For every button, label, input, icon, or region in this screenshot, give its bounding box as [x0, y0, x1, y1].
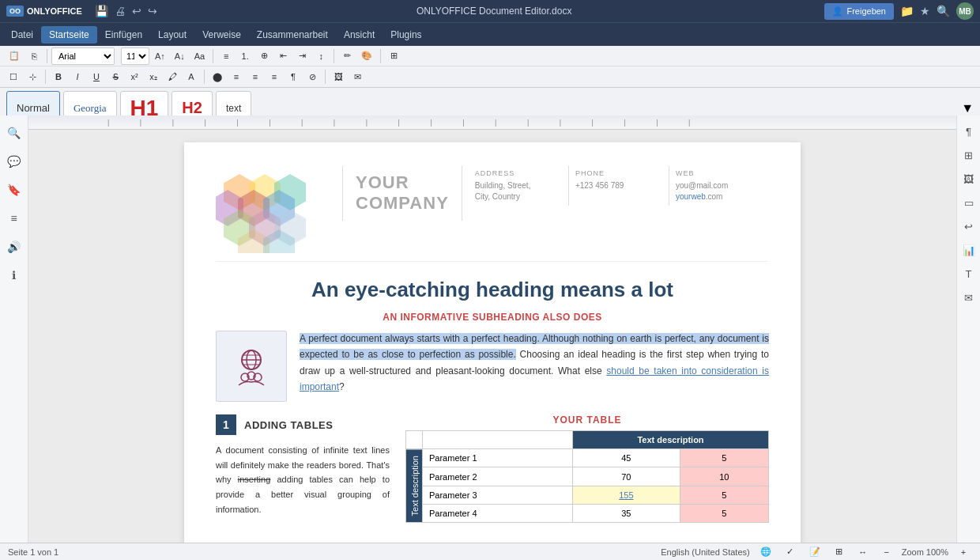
sidebar-comments[interactable]: 💬	[3, 150, 25, 172]
param-3-link[interactable]: 155	[619, 490, 633, 500]
zoom-level: Zoom 100%	[902, 547, 948, 557]
strikethrough-button[interactable]: S̶	[107, 68, 124, 85]
menu-layout[interactable]: Layout	[150, 26, 194, 44]
param-3-val2: 5	[680, 486, 768, 504]
right-table[interactable]: ⊞	[959, 146, 978, 165]
right-text[interactable]: T	[959, 264, 978, 283]
right-paragraph[interactable]: ¶	[959, 122, 978, 141]
zoom-in[interactable]: +	[955, 543, 972, 561]
spell-check[interactable]: ✓	[782, 543, 799, 561]
sidebar-info[interactable]: ℹ	[3, 264, 25, 286]
save-button[interactable]: 💾	[95, 5, 108, 17]
email-value: you@mail.com	[676, 181, 728, 190]
increase-indent[interactable]: ⇥	[293, 47, 311, 65]
nonprinting-btn[interactable]: ⊘	[303, 68, 321, 85]
align-justify[interactable]: ≡	[266, 68, 283, 85]
sidebar-bookmark[interactable]: 🔖	[3, 179, 25, 201]
document-title: ONLYOFFICE Document Editor.docx	[164, 6, 825, 17]
address-block: ADDRESS Building, Street,City, Country	[469, 166, 569, 206]
page-count: Seite 1 von 1	[8, 547, 58, 557]
insert-table-btn[interactable]: ⊞	[385, 47, 402, 65]
menu-einfuegen[interactable]: Einfügen	[97, 26, 150, 44]
copyformat-btn[interactable]: 🎨	[357, 47, 376, 65]
ruler: | | | | | | | | | | | | | | | | | | |	[28, 115, 956, 130]
fit-page[interactable]: ⊞	[831, 543, 848, 561]
superscript-btn[interactable]: x²	[126, 68, 143, 85]
italic-button[interactable]: I	[69, 68, 86, 85]
highlight-btn[interactable]: 🖍	[164, 68, 181, 85]
select-mode-btn[interactable]: ⊹	[24, 68, 41, 85]
company-logo	[216, 166, 342, 253]
decrease-indent[interactable]: ⇤	[274, 47, 292, 65]
bookmark-button[interactable]: ★	[920, 5, 930, 17]
menu-plugins[interactable]: Plugins	[383, 26, 429, 44]
list-multilevel[interactable]: ⊕	[255, 47, 273, 65]
menu-zusammenarbeit[interactable]: Zusammenarbeit	[249, 26, 336, 44]
right-undo[interactable]: ↩	[959, 217, 978, 236]
align-right[interactable]: ≡	[247, 68, 264, 85]
menu-datei[interactable]: Datei	[3, 26, 41, 44]
body-strikethrough-link[interactable]: should be taken into consideration is im…	[300, 365, 769, 392]
insert-image-btn[interactable]: 🖼	[330, 68, 347, 85]
language-label[interactable]: English (United States)	[661, 547, 750, 557]
font-size-select[interactable]: 11	[121, 47, 149, 65]
web-link[interactable]: yourweb	[676, 192, 706, 201]
paste-button[interactable]: 📋	[5, 47, 24, 65]
address-label: ADDRESS	[475, 169, 562, 177]
linespacing-btn[interactable]: ↕	[312, 47, 330, 65]
font-case-btn[interactable]: Aa	[190, 47, 209, 65]
zoom-out[interactable]: −	[878, 543, 895, 561]
language-globe[interactable]: 🌐	[756, 543, 775, 561]
param-2-label: Parameter 2	[423, 467, 573, 486]
underline-button[interactable]: U	[88, 68, 105, 85]
save-location-button[interactable]: 📁	[900, 5, 914, 17]
sidebar-search[interactable]: 🔍	[3, 122, 25, 144]
undo-button[interactable]: ↩	[132, 5, 141, 17]
sidebar-audio[interactable]: 🔊	[3, 236, 25, 258]
print-button[interactable]: 🖨	[115, 5, 126, 17]
bold-button[interactable]: B	[50, 68, 67, 85]
section-heading: 1 ADDING TABLES	[216, 414, 390, 435]
table-corner	[406, 431, 423, 449]
left-sidebar: 🔍 💬 🔖 ≡ 🔊 ℹ	[0, 115, 28, 543]
select-all-btn[interactable]: ☐	[5, 68, 22, 85]
paragraph-marks[interactable]: ¶	[285, 68, 302, 85]
list-unordered[interactable]: ≡	[217, 47, 235, 65]
menu-verweise[interactable]: Verweise	[194, 26, 249, 44]
phone-label: PHONE	[575, 169, 662, 177]
search-button[interactable]: 🔍	[937, 5, 950, 17]
list-ordered[interactable]: 1.	[236, 47, 254, 65]
eraser-btn[interactable]: ✏	[338, 47, 356, 65]
font-color-btn[interactable]: A	[183, 68, 200, 85]
redo-button[interactable]: ↪	[148, 5, 157, 17]
menu-startseite[interactable]: Startseite	[41, 26, 97, 44]
font-name-select[interactable]: Arial	[51, 47, 115, 65]
subscript-btn[interactable]: x₂	[145, 68, 162, 85]
align-left[interactable]: ⬤	[209, 68, 226, 85]
data-table: Text description Text description Parame…	[405, 430, 769, 523]
insert-mail-btn[interactable]: ✉	[349, 68, 366, 85]
style-dropdown-btn[interactable]: ▼	[961, 101, 974, 115]
sidebar-navigation[interactable]: ≡	[3, 207, 25, 229]
right-chart[interactable]: 📊	[959, 240, 978, 259]
fit-width[interactable]: ↔	[854, 543, 872, 561]
share-button[interactable]: 👤 Freigeben	[824, 3, 894, 20]
body-text: A perfect document always starts with a …	[300, 331, 769, 402]
font-size-increase[interactable]: A↑	[151, 47, 169, 65]
clipboard-btn[interactable]: ⎘	[25, 47, 43, 65]
logo-icon: OO	[6, 6, 24, 17]
web-block: WEB you@mail.com yourweb.com	[669, 166, 769, 206]
right-shape[interactable]: ▭	[959, 193, 978, 212]
font-size-decrease[interactable]: A↓	[171, 47, 189, 65]
user-avatar[interactable]: MB	[956, 2, 974, 20]
right-image[interactable]: 🖼	[959, 169, 978, 188]
status-bar: Seite 1 von 1 English (United States) 🌐 …	[0, 543, 980, 560]
track-changes[interactable]: 📝	[805, 543, 824, 561]
param-4-val2: 5	[680, 505, 768, 523]
section-heading-text: ADDING TABLES	[244, 419, 333, 431]
param-3-label: Parameter 3	[423, 486, 573, 504]
menu-ansicht[interactable]: Ansicht	[336, 26, 383, 44]
two-col-section: 1 ADDING TABLES A document consisting of…	[216, 414, 769, 523]
right-mail[interactable]: ✉	[959, 288, 978, 307]
align-center[interactable]: ≡	[228, 68, 245, 85]
